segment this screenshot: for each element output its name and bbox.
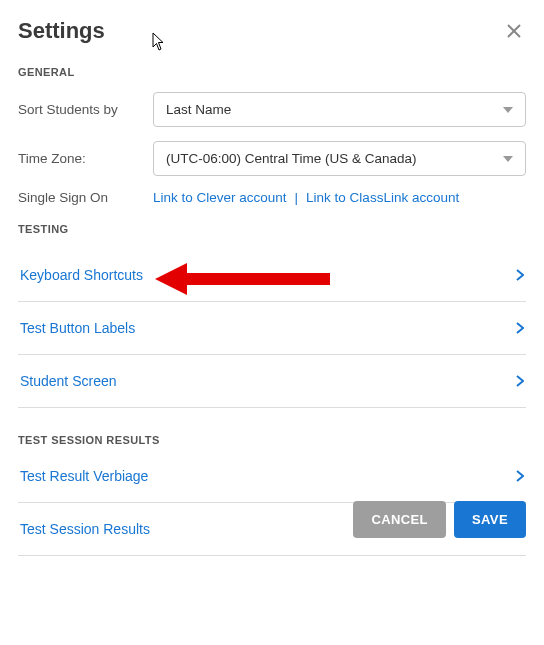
testing-item-test-button-labels[interactable]: Test Button Labels — [18, 302, 526, 355]
chevron-right-icon — [516, 375, 524, 387]
item-label: Test Button Labels — [20, 320, 135, 336]
sso-links: Link to Clever account | Link to ClassLi… — [153, 190, 459, 205]
divider-pipe: | — [295, 190, 299, 205]
sort-students-label: Sort Students by — [18, 102, 153, 117]
section-header-general: GENERAL — [18, 66, 526, 78]
form-row-sso: Single Sign On Link to Clever account | … — [18, 190, 526, 205]
chevron-right-icon — [516, 269, 524, 281]
settings-dialog: Settings GENERAL Sort Students by Last N… — [0, 0, 544, 556]
chevron-right-icon — [516, 322, 524, 334]
testing-item-keyboard-shortcuts[interactable]: Keyboard Shortcuts — [18, 249, 526, 302]
title-row: Settings — [18, 18, 526, 44]
cancel-button[interactable]: CANCEL — [353, 501, 446, 538]
caret-down-icon — [503, 156, 513, 162]
item-label: Keyboard Shortcuts — [20, 267, 143, 283]
item-label: Test Result Verbiage — [20, 468, 148, 484]
testing-item-student-screen[interactable]: Student Screen — [18, 355, 526, 408]
sso-label: Single Sign On — [18, 190, 153, 205]
section-header-testing: TESTING — [18, 223, 526, 235]
item-label: Student Screen — [20, 373, 117, 389]
sort-students-value: Last Name — [166, 102, 231, 117]
timezone-label: Time Zone: — [18, 151, 153, 166]
close-button[interactable] — [502, 19, 526, 43]
save-button[interactable]: SAVE — [454, 501, 526, 538]
dialog-footer: CANCEL SAVE — [0, 487, 544, 556]
timezone-select[interactable]: (UTC-06:00) Central Time (US & Canada) — [153, 141, 526, 176]
section-header-results: TEST SESSION RESULTS — [18, 434, 526, 446]
link-classlink[interactable]: Link to ClassLink account — [306, 190, 459, 205]
form-row-sort: Sort Students by Last Name — [18, 92, 526, 127]
chevron-right-icon — [516, 470, 524, 482]
form-row-timezone: Time Zone: (UTC-06:00) Central Time (US … — [18, 141, 526, 176]
timezone-value: (UTC-06:00) Central Time (US & Canada) — [166, 151, 417, 166]
link-clever[interactable]: Link to Clever account — [153, 190, 287, 205]
sort-students-select[interactable]: Last Name — [153, 92, 526, 127]
dialog-title: Settings — [18, 18, 105, 44]
caret-down-icon — [503, 107, 513, 113]
close-icon — [506, 23, 522, 39]
